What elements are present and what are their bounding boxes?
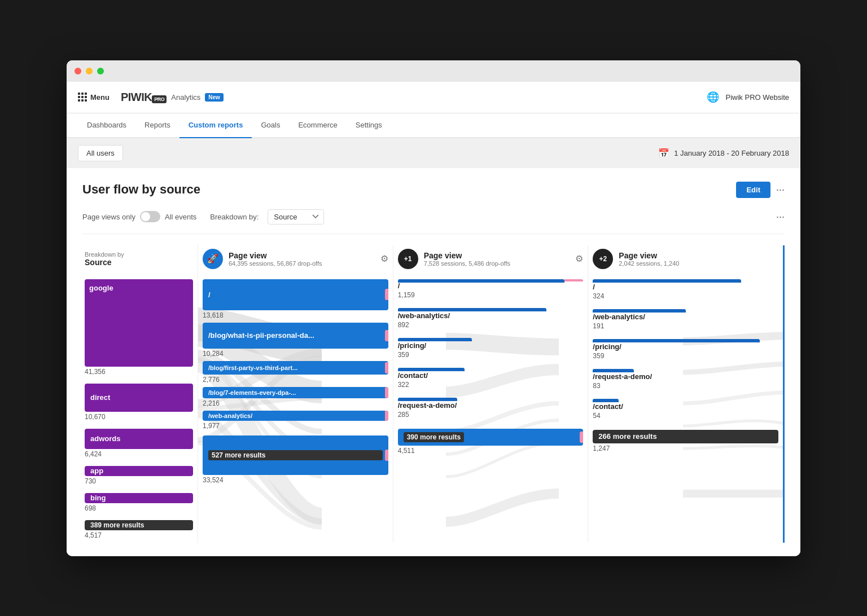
pv2-indicator-more <box>580 432 583 443</box>
pv3-title: Page view <box>619 251 679 260</box>
pv1-node-blog-fp[interactable]: /blog/first-party-vs-third-part... 2,776 <box>203 361 388 384</box>
pv2-node-more[interactable]: 390 more results 4,511 <box>398 429 584 455</box>
pv1-indicator-blog-dpa <box>385 387 388 398</box>
pv1-val-web-analytics: 1,977 <box>203 422 388 430</box>
pv2-icon: +1 <box>398 249 418 269</box>
pv2-subtitle: 7,528 sessions, 5,486 drop-offs <box>424 260 510 267</box>
pv3-node-pricing[interactable]: /pricing/ 359 <box>593 339 778 360</box>
topbar-right: 🌐 Piwik PRO Website <box>707 91 789 103</box>
logo-text: PIWIKPRO <box>121 91 167 104</box>
menu-label: Menu <box>90 93 110 102</box>
page-views-label: Page views only <box>82 213 135 221</box>
pv1-val-blog-fp: 2,776 <box>203 376 388 384</box>
pv1-label-web-analytics: /web-analytics/ <box>208 412 252 419</box>
source-node-direct[interactable]: direct 10,670 <box>85 384 193 421</box>
pv1-node-blog-dpa[interactable]: /blog/7-elements-every-dpa-... 2,216 <box>203 387 388 407</box>
breakdown-label: Breakdown by: <box>210 213 259 221</box>
pv1-node-root[interactable]: / 13,618 <box>203 279 388 319</box>
pv3-label-pricing: /pricing/ <box>593 342 778 351</box>
pv2-val-demo: 285 <box>398 411 584 419</box>
pv2-label-pricing: /pricing/ <box>398 341 584 350</box>
pv1-label-more: 527 more results <box>208 450 383 460</box>
pv2-label-demo: /request-a-demo/ <box>398 401 584 410</box>
breakdown-col-label-main: Source <box>85 258 124 267</box>
node-label-direct: direct <box>90 393 110 402</box>
date-range[interactable]: 📅 1 January 2018 - 20 February 2018 <box>658 148 789 159</box>
pv1-node-more[interactable]: 527 more results 33,524 <box>203 435 388 484</box>
report-more-button[interactable]: ··· <box>776 184 785 196</box>
pv3-val-root: 324 <box>593 292 778 300</box>
pv2-node-pricing[interactable]: /pricing/ 359 <box>398 338 584 359</box>
pv1-indicator-blog-pii <box>385 330 388 341</box>
pv3-val-contact: 54 <box>593 412 778 420</box>
analytics-label: Analytics <box>171 93 200 102</box>
pv2-val-more: 4,511 <box>398 447 584 455</box>
globe-icon[interactable]: 🌐 <box>707 91 719 103</box>
pv2-col-header: +1 Page view 7,528 sessions, 5,486 drop-… <box>398 245 584 272</box>
pv1-indicator-blog-fp <box>385 362 388 373</box>
report-title: User flow by source <box>82 182 200 197</box>
pv2-label-more: 390 more results <box>404 432 464 442</box>
pv3-icon: +2 <box>593 249 613 269</box>
pv2-val-contact: 322 <box>398 381 584 389</box>
all-events-label: All events <box>165 213 196 221</box>
source-node-app[interactable]: app 730 <box>85 466 193 485</box>
report-header: User flow by source Edit ··· <box>82 182 785 198</box>
edit-button[interactable]: Edit <box>736 182 770 198</box>
pv1-col-header: 🚀 Page view 64,395 sessions, 56,867 drop… <box>203 245 388 272</box>
pv2-label-web-analytics: /web-analytics/ <box>398 311 584 320</box>
pv2-label-contact: /contact/ <box>398 371 584 380</box>
pv2-node-contact[interactable]: /contact/ 322 <box>398 368 584 389</box>
source-node-adwords[interactable]: adwords 6,424 <box>85 429 193 458</box>
pv2-node-root[interactable]: / 1,159 <box>398 279 584 299</box>
controls-more-button[interactable]: ··· <box>776 211 785 223</box>
menu-button[interactable]: Menu <box>78 93 110 102</box>
pv1-gear-icon[interactable]: ⚙ <box>380 253 388 264</box>
pv1-val-more: 33,524 <box>203 476 388 484</box>
pv2-node-web-analytics[interactable]: /web-analytics/ 892 <box>398 308 584 329</box>
pv3-node-web-analytics[interactable]: /web-analytics/ 191 <box>593 309 778 330</box>
pv3-nodes: / 324 /web-analytics/ 191 /pricing/ 359 <box>593 279 778 456</box>
pageview-col-3: +2 Page view 2,042 sessions, 1,240 / 324 <box>588 245 785 543</box>
date-range-text: 1 January 2018 - 20 February 2018 <box>674 149 789 157</box>
pv1-val-blog-dpa: 2,216 <box>203 399 388 407</box>
pv3-node-more[interactable]: 266 more results 1,247 <box>593 430 778 452</box>
nav-dashboards[interactable]: Dashboards <box>78 113 135 138</box>
pv1-node-blog-pii[interactable]: /blog/what-is-pii-personal-da... 10,284 <box>203 323 388 358</box>
pageview-col-1: 🚀 Page view 64,395 sessions, 56,867 drop… <box>198 245 393 543</box>
breakdown-select[interactable]: Source Medium Campaign Device <box>268 209 324 225</box>
pv1-node-web-analytics[interactable]: /web-analytics/ 1,977 <box>203 411 388 430</box>
pv3-node-root[interactable]: / 324 <box>593 279 778 300</box>
pv3-node-contact[interactable]: /contact/ 54 <box>593 399 778 420</box>
page-views-toggle[interactable] <box>140 211 160 222</box>
menu-grid-icon <box>78 93 87 102</box>
logo: PIWIKPRO Analytics New <box>121 91 224 104</box>
nav-settings[interactable]: Settings <box>347 113 391 138</box>
pv3-val-web-analytics: 191 <box>593 322 778 330</box>
pv3-node-demo[interactable]: /request-a-demo/ 83 <box>593 369 778 390</box>
pv2-gear-icon[interactable]: ⚙ <box>575 253 583 264</box>
source-node-google[interactable]: google 41,356 <box>85 279 193 376</box>
minimize-dot[interactable] <box>86 68 93 74</box>
source-node-more[interactable]: 389 more results 4,517 <box>85 520 193 539</box>
node-label-adwords: adwords <box>90 434 120 443</box>
source-node-bing[interactable]: bing 698 <box>85 493 193 512</box>
app-window: Menu PIWIKPRO Analytics New 🌐 Piwik PRO … <box>67 60 800 556</box>
source-nodes: google 41,356 direct 10,670 <box>85 279 193 543</box>
close-dot[interactable] <box>75 68 81 74</box>
pv2-node-demo[interactable]: /request-a-demo/ 285 <box>398 398 584 419</box>
pv3-subtitle: 2,042 sessions, 1,240 <box>619 260 679 267</box>
nav-custom-reports[interactable]: Custom reports <box>179 113 252 138</box>
fullscreen-dot[interactable] <box>97 68 104 74</box>
pv3-val-pricing: 359 <box>593 352 778 360</box>
all-users-filter[interactable]: All users <box>78 145 123 161</box>
filter-bar: All users 📅 1 January 2018 - 20 February… <box>67 138 800 168</box>
nav-reports[interactable]: Reports <box>135 113 179 138</box>
pv3-label-contact: /contact/ <box>593 402 778 411</box>
nav-ecommerce[interactable]: Ecommerce <box>289 113 346 138</box>
nav-goals[interactable]: Goals <box>252 113 289 138</box>
node-label-app: app <box>90 467 103 475</box>
pv1-indicator-more <box>385 450 388 461</box>
pv1-title: Page view <box>229 251 322 260</box>
pv1-indicator-web-analytics <box>385 411 388 421</box>
